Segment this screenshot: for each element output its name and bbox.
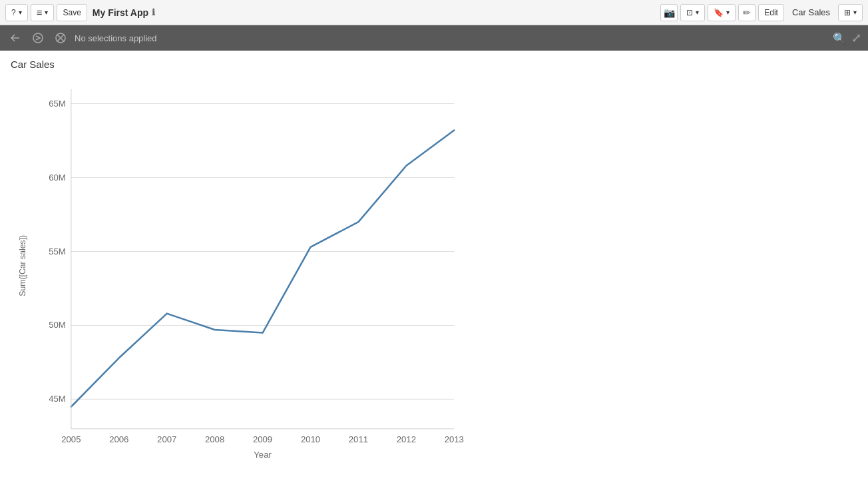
save-label: Save — [63, 8, 81, 17]
menu-icon: ≡ — [37, 7, 43, 18]
svg-text:2011: 2011 — [349, 434, 368, 444]
help-icon: ? — [11, 8, 16, 17]
svg-text:2009: 2009 — [253, 434, 272, 444]
selection-bar-right: 🔍 ⤢ — [833, 31, 861, 45]
main-content: Car Sales 65M 60M 55M 50M 45M Sum([Ca — [0, 51, 868, 481]
display-icon: ⊡ — [686, 8, 693, 17]
forward-selection-button[interactable] — [29, 29, 47, 47]
toolbar: ? ▾ ≡ ▾ Save My First App ℹ 📷 ⊡ ▾ 🔖 ▾ ✏ … — [0, 0, 868, 25]
svg-text:2006: 2006 — [109, 434, 128, 444]
camera-button[interactable]: 📷 — [660, 4, 678, 21]
chevron-down-icon: ▾ — [726, 9, 730, 16]
edit-label: Edit — [764, 8, 778, 17]
sheet-name: Car Sales — [787, 7, 835, 17]
no-selections-text: No selections applied — [75, 33, 827, 43]
svg-text:2008: 2008 — [205, 434, 224, 444]
toolbar-right: 📷 ⊡ ▾ 🔖 ▾ ✏ Edit Car Sales ⊞ ▾ — [660, 4, 863, 21]
svg-text:45M: 45M — [49, 394, 66, 404]
info-icon[interactable]: ℹ — [152, 7, 155, 17]
chevron-down-icon: ▾ — [19, 9, 22, 16]
app-name-text: My First App — [93, 7, 148, 18]
clear-selection-button[interactable] — [52, 29, 69, 47]
help-button[interactable]: ? ▾ — [5, 4, 28, 21]
bookmark-button[interactable]: 🔖 ▾ — [708, 4, 736, 21]
svg-text:55M: 55M — [49, 246, 66, 256]
svg-text:2005: 2005 — [61, 434, 81, 444]
back-selection-button[interactable] — [7, 29, 24, 47]
svg-text:65M: 65M — [49, 99, 66, 109]
selection-bar: No selections applied 🔍 ⤢ — [0, 25, 868, 51]
menu-button[interactable]: ≡ ▾ — [31, 4, 55, 21]
pencil-button[interactable]: ✏ — [738, 4, 756, 21]
chart-container[interactable]: 65M 60M 55M 50M 45M Sum([Car sales]) 200… — [11, 75, 857, 470]
edit-button[interactable]: Edit — [758, 4, 784, 21]
save-button[interactable]: Save — [57, 4, 87, 21]
display-button[interactable]: ⊡ ▾ — [680, 4, 705, 21]
svg-text:Year: Year — [254, 450, 272, 460]
camera-icon: 📷 — [664, 7, 675, 18]
bookmark-icon: 🔖 — [714, 8, 724, 17]
app-name: My First App ℹ — [93, 7, 155, 18]
svg-text:2010: 2010 — [301, 434, 320, 444]
svg-point-0 — [33, 33, 43, 43]
svg-text:2012: 2012 — [397, 434, 416, 444]
grid-icon: ⊞ — [844, 8, 851, 17]
svg-text:60M: 60M — [49, 173, 66, 183]
expand-icon[interactable]: ⤢ — [851, 31, 861, 45]
grid-button[interactable]: ⊞ ▾ — [838, 4, 863, 21]
chevron-down-icon: ▾ — [853, 9, 857, 16]
chart-title: Car Sales — [11, 59, 857, 70]
line-chart[interactable]: 65M 60M 55M 50M 45M Sum([Car sales]) 200… — [11, 75, 857, 470]
svg-text:Sum([Car sales]): Sum([Car sales]) — [18, 235, 27, 296]
svg-text:50M: 50M — [49, 320, 66, 330]
pencil-icon: ✏ — [743, 7, 751, 18]
chevron-down-icon: ▾ — [696, 9, 699, 16]
chart-line — [71, 131, 454, 407]
svg-text:2013: 2013 — [445, 434, 464, 444]
svg-text:2007: 2007 — [157, 434, 176, 444]
chevron-down-icon: ▾ — [45, 9, 48, 16]
search-icon[interactable]: 🔍 — [833, 32, 846, 45]
